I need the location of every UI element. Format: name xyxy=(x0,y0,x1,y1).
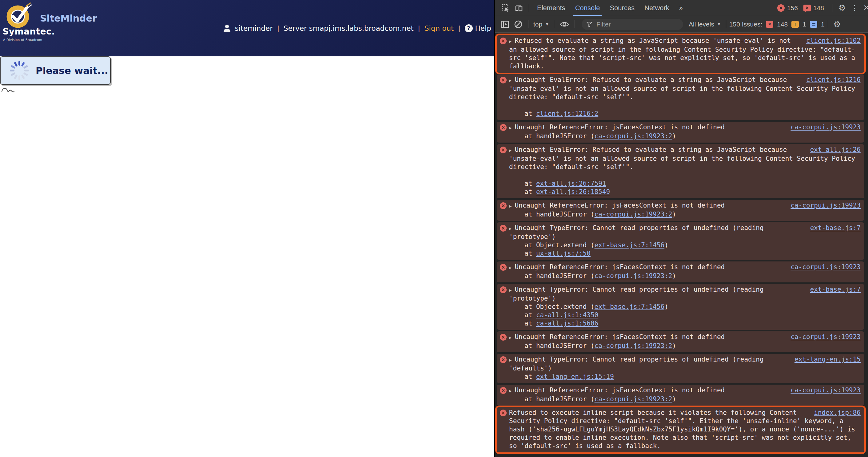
stack-frame-link[interactable]: ca-corpui.js:19923:2 xyxy=(594,133,672,140)
more-tabs-chevron[interactable]: » xyxy=(674,0,688,16)
stack-frame-link[interactable]: ca-all.js:1:5606 xyxy=(536,320,598,327)
tab-network[interactable]: Network xyxy=(640,0,674,16)
error-message-text: Refused to evaluate a string as JavaScri… xyxy=(509,37,855,70)
expand-triangle-icon[interactable]: ▶ xyxy=(509,388,512,393)
stack-frame-link[interactable]: client.js:1216:2 xyxy=(536,110,598,117)
console-error-row[interactable]: ×client.js:1216▶Uncaught EvalError: Refu… xyxy=(497,74,864,120)
close-devtools-icon[interactable]: ✕ xyxy=(861,3,868,12)
expand-triangle-icon[interactable]: ▶ xyxy=(509,265,512,270)
tab-console[interactable]: Console xyxy=(570,0,605,16)
console-message-list[interactable]: ×client.js:1102▶Refused to evaluate a st… xyxy=(495,33,868,457)
devtools-tabbar: Elements Console Sources Network » ✕ 156… xyxy=(495,0,868,16)
stack-frame-link[interactable]: ca-corpui.js:19923:2 xyxy=(594,272,672,280)
stack-frame-link[interactable]: ca-corpui.js:19923:2 xyxy=(594,211,672,218)
expand-triangle-icon[interactable]: ▶ xyxy=(509,148,512,153)
kebab-menu-icon[interactable]: ⋮ xyxy=(848,4,861,12)
console-error-row[interactable]: ×ca-corpui.js:19923▶Uncaught ReferenceEr… xyxy=(497,200,864,221)
devtools-panel: Elements Console Sources Network » ✕ 156… xyxy=(494,0,868,457)
stack-frame-link[interactable]: ca-corpui.js:19923:2 xyxy=(594,342,672,349)
stack-frame: at ca-all.js:1:5606 xyxy=(509,319,861,328)
please-wait-dialog: Please wait... xyxy=(0,56,111,85)
stack-frame: at ext-all.js:26:7591 xyxy=(509,179,861,188)
source-location-link[interactable]: ca-corpui.js:19923 xyxy=(790,263,861,271)
user-icon xyxy=(223,24,231,32)
stack-frame-link[interactable]: ext-all.js:26:7591 xyxy=(536,180,606,187)
expand-triangle-icon[interactable]: ▶ xyxy=(509,288,512,292)
console-error-row[interactable]: ×ext-lang-en.js:15▶Uncaught TypeError: C… xyxy=(497,354,864,383)
error-message-text: Uncaught ReferenceError: jsFacesContext … xyxy=(515,202,725,209)
console-error-row[interactable]: ×index.jsp:86Refused to execute inline s… xyxy=(497,407,864,452)
error-icon: × xyxy=(500,387,506,394)
stack-frame: at ca-all.js:1:4350 xyxy=(509,311,861,319)
source-location-link[interactable]: ca-corpui.js:19923 xyxy=(790,386,861,395)
source-location-link[interactable]: client.js:1216 xyxy=(806,76,861,84)
tab-elements[interactable]: Elements xyxy=(532,0,570,16)
source-location-link[interactable]: client.js:1102 xyxy=(806,37,861,45)
message-count-badge[interactable]: ✕ 148 xyxy=(803,4,824,12)
live-expression-eye-icon[interactable] xyxy=(557,20,571,28)
source-location-link[interactable]: ca-corpui.js:19923 xyxy=(790,201,861,210)
context-selector[interactable]: top ▼ xyxy=(531,21,551,28)
inspect-element-icon[interactable] xyxy=(499,4,512,12)
device-toolbar-icon[interactable] xyxy=(512,4,526,12)
error-message-line: ca-corpui.js:19923▶Uncaught ReferenceErr… xyxy=(509,386,861,395)
filter-input[interactable] xyxy=(596,20,678,28)
error-message-body: index.jsp:86Refused to execute inline sc… xyxy=(509,409,861,450)
stack-frame-link[interactable]: ext-base.js:7:1456 xyxy=(594,303,665,310)
console-sidebar-icon[interactable] xyxy=(499,20,512,28)
stack-frame: at ux-all.js:7:50 xyxy=(509,250,861,258)
stack-frame-link[interactable]: ext-base.js:7:1456 xyxy=(594,241,665,249)
console-error-row[interactable]: ×ext-all.js:26▶Uncaught EvalError: Refus… xyxy=(497,144,864,198)
source-location-link[interactable]: ca-corpui.js:19923 xyxy=(790,123,861,132)
stack-frame-link[interactable]: ca-all.js:1:4350 xyxy=(536,311,598,319)
siteminder-app: Symantec. A Division of Broadcom SiteMin… xyxy=(0,0,494,457)
source-location-link[interactable]: index.jsp:86 xyxy=(814,409,861,417)
console-error-row[interactable]: ×ca-corpui.js:19923▶Uncaught ReferenceEr… xyxy=(497,261,864,282)
stack-frame-prefix: at handleJSError ( xyxy=(524,211,594,218)
stack-frame-link[interactable]: ux-all.js:7:50 xyxy=(536,250,591,257)
issues-info-bubble-icon xyxy=(810,21,817,28)
stack-frame: at ext-all.js:26:18549 xyxy=(509,188,861,196)
stack-frame: at handleJSError (ca-corpui.js:19923:2) xyxy=(509,342,861,350)
error-icon: × xyxy=(500,37,506,44)
stack-frame-suffix: ) xyxy=(664,303,669,310)
expand-triangle-icon[interactable]: ▶ xyxy=(509,39,512,44)
console-error-row[interactable]: ×ext-base.js:7▶Uncaught TypeError: Canno… xyxy=(497,284,864,330)
source-location-link[interactable]: ext-lang-en.js:15 xyxy=(795,355,861,364)
divider xyxy=(726,20,726,28)
expand-triangle-icon[interactable]: ▶ xyxy=(509,125,512,130)
stack-frame-link[interactable]: ext-all.js:26:18549 xyxy=(536,188,610,196)
console-error-row[interactable]: ×ca-corpui.js:19923▶Uncaught ReferenceEr… xyxy=(497,122,864,143)
console-error-row[interactable]: ×client.js:1102▶Refused to evaluate a st… xyxy=(497,35,864,73)
source-location-link[interactable]: ext-base.js:7 xyxy=(810,285,861,294)
expand-triangle-icon[interactable]: ▶ xyxy=(509,358,512,363)
source-location-link[interactable]: ext-base.js:7 xyxy=(810,224,861,232)
stack-frame-prefix: at handleJSError ( xyxy=(524,133,594,140)
error-message-text: Uncaught ReferenceError: jsFacesContext … xyxy=(515,123,725,131)
console-error-row[interactable]: ×ca-corpui.js:19923▶Uncaught ReferenceEr… xyxy=(497,331,864,352)
expand-triangle-icon[interactable]: ▶ xyxy=(509,204,512,208)
log-level-selector[interactable]: All levels ▼ xyxy=(687,21,723,28)
stack-frame-prefix: at xyxy=(524,110,536,117)
filter-box[interactable] xyxy=(582,19,683,30)
issues-counter[interactable]: 150 Issues: ✕ 148 ! 1 1 xyxy=(729,21,825,28)
clear-console-icon[interactable] xyxy=(512,20,525,29)
console-error-row[interactable]: ×ext-base.js:7▶Uncaught TypeError: Canno… xyxy=(497,222,864,260)
help-icon[interactable]: ? xyxy=(465,24,473,32)
console-error-row[interactable]: ×ca-corpui.js:19923▶Uncaught ReferenceEr… xyxy=(497,384,864,406)
settings-gear-icon[interactable]: ⚙ xyxy=(836,3,848,13)
help-link[interactable]: Help xyxy=(475,24,491,32)
error-icon: × xyxy=(500,286,506,293)
stack-frame-link[interactable]: ext-lang-en.js:15:19 xyxy=(536,373,614,380)
tab-sources[interactable]: Sources xyxy=(605,0,640,16)
expand-triangle-icon[interactable]: ▶ xyxy=(509,78,512,83)
expand-triangle-icon[interactable]: ▶ xyxy=(509,226,512,231)
source-location-link[interactable]: ext-all.js:26 xyxy=(810,146,861,154)
stack-frame-prefix: at xyxy=(524,188,536,196)
console-settings-gear-icon[interactable]: ⚙ xyxy=(831,20,843,29)
stack-frame-link[interactable]: ca-corpui.js:19923:2 xyxy=(594,395,672,403)
error-count-badge[interactable]: ✕ 156 xyxy=(777,4,798,12)
sign-out-link[interactable]: Sign out xyxy=(425,24,454,32)
expand-triangle-icon[interactable]: ▶ xyxy=(509,335,512,340)
source-location-link[interactable]: ca-corpui.js:19923 xyxy=(790,333,861,341)
